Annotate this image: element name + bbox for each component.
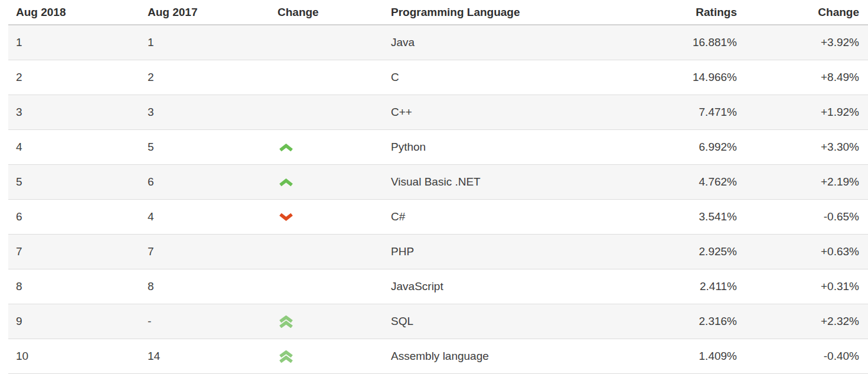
rank-2018: 6 (8, 200, 148, 235)
ratings-value: 2.316% (615, 304, 737, 339)
col-header-aug-2018: Aug 2018 (8, 0, 148, 25)
change-cell (278, 304, 391, 339)
ratings-value: 4.762% (615, 165, 737, 200)
language-name: C# (391, 200, 615, 235)
ratings-change-value: -0.40% (737, 339, 868, 374)
rank-2018: 9 (8, 304, 148, 339)
up-arrow-icon (279, 178, 293, 187)
change-cell (278, 200, 391, 235)
table-row: 10 14 Assembly language 1.409% -0.40% (8, 339, 868, 374)
col-header-ratings-change: Change (737, 0, 868, 25)
ratings-change-value: +2.19% (737, 165, 868, 200)
double-up-arrow-icon (279, 350, 293, 363)
ratings-change-value: +0.31% (737, 269, 868, 304)
language-name: C (391, 60, 615, 95)
language-name: PHP (391, 235, 615, 269)
col-header-programming-language: Programming Language (391, 0, 615, 25)
table-row: 9 - SQL 2.316% +2.32% (8, 304, 868, 339)
change-cell (278, 235, 391, 269)
ratings-value: 16.881% (615, 25, 737, 60)
rank-2018: 1 (8, 25, 148, 60)
language-name: SQL (391, 304, 615, 339)
ratings-value: 3.541% (615, 200, 737, 235)
col-header-ratings: Ratings (615, 0, 737, 25)
table-row: 7 7 PHP 2.925% +0.63% (8, 235, 868, 269)
ratings-change-value: +8.49% (737, 60, 868, 95)
rank-2017: 14 (148, 339, 278, 374)
ratings-value: 6.992% (615, 130, 737, 165)
change-cell (278, 165, 391, 200)
rank-2017: 3 (148, 95, 278, 130)
table-row: 1 1 Java 16.881% +3.92% (8, 25, 868, 60)
header-row: Aug 2018 Aug 2017 Change Programming Lan… (8, 0, 868, 25)
ratings-change-value: +2.32% (737, 304, 868, 339)
ratings-value: 2.411% (615, 269, 737, 304)
rank-2017: 5 (148, 130, 278, 165)
table-header: Aug 2018 Aug 2017 Change Programming Lan… (8, 0, 868, 25)
rank-2018: 7 (8, 235, 148, 269)
rank-2018: 10 (8, 339, 148, 374)
change-cell (278, 339, 391, 374)
change-cell (278, 25, 391, 60)
ratings-value: 7.471% (615, 95, 737, 130)
table-row: 2 2 C 14.966% +8.49% (8, 60, 868, 95)
ratings-change-value: +0.63% (737, 235, 868, 269)
table-row: 6 4 C# 3.541% -0.65% (8, 200, 868, 235)
language-name: Assembly language (391, 339, 615, 374)
rank-2017: 1 (148, 25, 278, 60)
table-row: 3 3 C++ 7.471% +1.92% (8, 95, 868, 130)
rank-2018: 4 (8, 130, 148, 165)
table-row: 8 8 JavaScript 2.411% +0.31% (8, 269, 868, 304)
rank-2018: 3 (8, 95, 148, 130)
language-name: Python (391, 130, 615, 165)
ratings-value: 1.409% (615, 339, 737, 374)
col-header-aug-2017: Aug 2017 (148, 0, 278, 25)
rank-2017: 6 (148, 165, 278, 200)
tiobe-ranking-table: Aug 2018 Aug 2017 Change Programming Lan… (8, 0, 868, 374)
language-name: JavaScript (391, 269, 615, 304)
ratings-change-value: +1.92% (737, 95, 868, 130)
rank-2017: 4 (148, 200, 278, 235)
double-up-arrow-icon (279, 316, 293, 328)
col-header-position-change: Change (278, 0, 391, 25)
ratings-change-value: -0.65% (737, 200, 868, 235)
up-arrow-icon (279, 143, 293, 152)
language-name: Java (391, 25, 615, 60)
table-body: 1 1 Java 16.881% +3.92% 2 2 C 14.966% +8… (8, 25, 868, 374)
change-cell (278, 60, 391, 95)
rank-2017: 7 (148, 235, 278, 269)
language-name: Visual Basic .NET (391, 165, 615, 200)
ratings-value: 14.966% (615, 60, 737, 95)
rank-2018: 8 (8, 269, 148, 304)
ranking-table-container: Aug 2018 Aug 2017 Change Programming Lan… (0, 0, 868, 374)
rank-2018: 5 (8, 165, 148, 200)
language-name: C++ (391, 95, 615, 130)
down-arrow-icon (279, 213, 293, 222)
ratings-change-value: +3.92% (737, 25, 868, 60)
change-cell (278, 95, 391, 130)
rank-2018: 2 (8, 60, 148, 95)
change-cell (278, 269, 391, 304)
table-row: 5 6 Visual Basic .NET 4.762% +2.19% (8, 165, 868, 200)
rank-2017: 8 (148, 269, 278, 304)
ratings-value: 2.925% (615, 235, 737, 269)
change-cell (278, 130, 391, 165)
table-row: 4 5 Python 6.992% +3.30% (8, 130, 868, 165)
rank-2017: 2 (148, 60, 278, 95)
rank-2017: - (148, 304, 278, 339)
ratings-change-value: +3.30% (737, 130, 868, 165)
